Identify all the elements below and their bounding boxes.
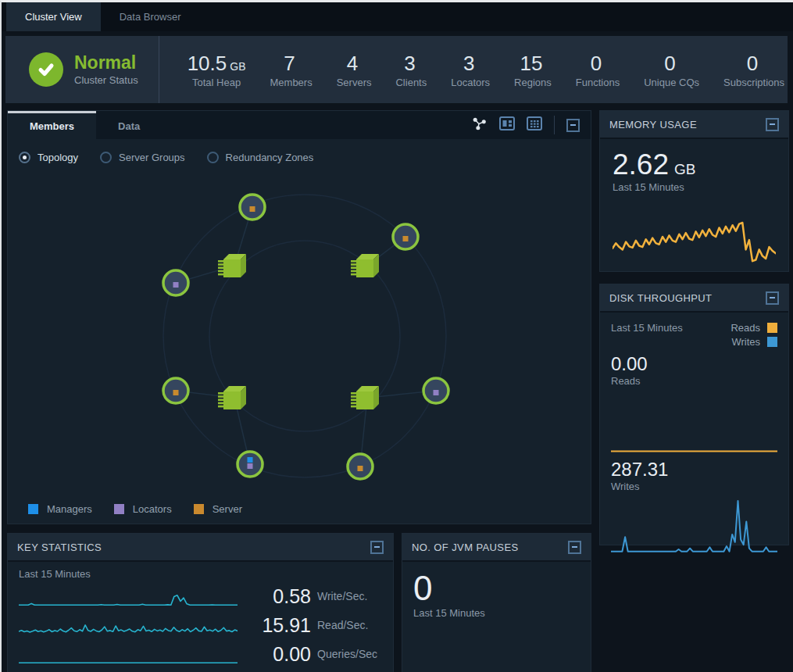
reads-sparkline (19, 613, 238, 637)
cluster-status-label: Cluster Status (74, 74, 138, 86)
stat-value: 0.58 (238, 585, 311, 608)
collapse-jvm-pauses-button[interactable] (568, 541, 581, 554)
member-node (163, 378, 188, 403)
topology-view-icon[interactable] (472, 116, 488, 134)
tab-cluster-view[interactable]: Cluster View (6, 2, 101, 31)
key-statistics-panel: KEY STATISTICS Last 15 Minutes 0.58 Writ… (7, 533, 394, 672)
cluster-stat: 3 Clients (395, 52, 427, 88)
disk-throughput-header: DISK THROUGHPUT (600, 284, 788, 313)
cluster-stat: 0 Unique CQs (644, 52, 699, 88)
stat-value: 15.91 (238, 614, 311, 637)
treemap-view-icon[interactable] (499, 116, 515, 134)
collapse-members-panel-button[interactable] (566, 119, 580, 132)
memory-usage-panel: MEMORY USAGE 2.62GB Last 15 Minutes (599, 110, 789, 272)
legend-item: Reads (730, 322, 777, 334)
cluster-status-value: Normal (74, 53, 138, 73)
view-mode-selector: Topology Server Groups Redundancy Zones (19, 145, 580, 169)
member-node (348, 454, 373, 479)
radio-server-groups[interactable]: Server Groups (100, 152, 185, 163)
host-icon (218, 254, 246, 277)
cluster-stat: 0 Functions (576, 52, 620, 88)
collapse-disk-throughput-button[interactable] (766, 291, 779, 305)
cluster-stats: 10.5GB Total Heap 7 Members 4 Servers 3 … (159, 52, 784, 88)
jvm-pauses-value: 0 (413, 570, 580, 607)
member-node (240, 195, 265, 220)
topology-graph[interactable] (19, 170, 580, 499)
cluster-stat: 15 Regions (514, 52, 552, 88)
radio-redundancy-zones[interactable]: Redundancy Zones (207, 152, 314, 163)
host-icon (218, 386, 246, 409)
members-panel-tab-bar: Members Data (8, 111, 591, 139)
radio-circle (19, 152, 30, 163)
time-range-label: Last 15 Minutes (613, 181, 776, 193)
cluster-status-banner: Normal Cluster Status 10.5GB Total Heap … (5, 36, 788, 103)
writes-sparkline (19, 584, 238, 608)
member-node (423, 378, 448, 403)
jvm-pauses-panel: NO. OF JVM PAUSES 0 Last 15 Minutes (402, 533, 591, 672)
grid-view-icon[interactable] (527, 116, 542, 134)
disk-writes-value: 287.31 (611, 459, 777, 481)
memory-usage-unit: GB (674, 161, 695, 177)
disk-reads-chart (611, 387, 777, 456)
disk-reads-label: Reads (611, 375, 777, 387)
cluster-stat: 4 Servers (337, 52, 372, 88)
members-panel-body: Topology Server Groups Redundancy Zones (8, 139, 591, 524)
disk-legend: Reads Writes (730, 322, 777, 350)
disk-writes-chart (611, 497, 777, 555)
pulse-dashboard: Cluster View Data Browser Normal Cluster… (0, 0, 793, 672)
radio-circle (207, 152, 219, 163)
panel-title: KEY STATISTICS (17, 542, 102, 553)
main-tab-bar: Cluster View Data Browser (2, 2, 793, 31)
radio-circle (100, 152, 112, 163)
toolbar-divider (554, 116, 555, 134)
cluster-stat: 3 Locators (451, 52, 490, 88)
legend-item: Writes (730, 336, 777, 348)
panel-title: NO. OF JVM PAUSES (412, 542, 519, 553)
disk-writes-label: Writes (611, 481, 777, 492)
tab-data[interactable]: Data (96, 111, 162, 139)
stat-unit: Queries/Sec (317, 648, 377, 660)
stat-row-reads: 15.91 Read/Sec. (19, 613, 382, 638)
cluster-stat: 10.5GB Total Heap (188, 52, 246, 88)
stat-row-queries: 0.00 Queries/Sec (19, 642, 382, 667)
member-node (238, 452, 263, 477)
topology-legend: Managers Locators Server (19, 499, 580, 519)
legend-item: Managers (28, 503, 92, 515)
cluster-status: Normal Cluster Status (5, 52, 159, 87)
time-range-label: Last 15 Minutes (611, 322, 683, 350)
memory-usage-header: MEMORY USAGE (600, 111, 788, 139)
collapse-key-statistics-button[interactable] (370, 541, 384, 554)
panel-title: MEMORY USAGE (609, 119, 697, 130)
key-statistics-header: KEY STATISTICS (8, 534, 393, 562)
tab-members[interactable]: Members (8, 111, 96, 139)
jvm-pauses-header: NO. OF JVM PAUSES (402, 534, 591, 562)
tab-data-browser[interactable]: Data Browser (101, 2, 200, 31)
cluster-stat: 0 Subscriptions (723, 52, 784, 88)
disk-throughput-panel: DISK THROUGHPUT Last 15 Minutes Reads (599, 284, 789, 545)
time-range-label: Last 15 Minutes (19, 568, 382, 580)
member-node (163, 270, 188, 295)
radio-topology[interactable]: Topology (19, 152, 78, 163)
legend-item: Server (194, 503, 242, 515)
memory-usage-value: 2.62 (613, 148, 669, 181)
stat-value: 0.00 (238, 643, 311, 666)
legend-item: Locators (114, 503, 172, 515)
host-icon (351, 386, 379, 409)
collapse-memory-usage-button[interactable] (766, 118, 779, 131)
host-icon (351, 254, 379, 277)
cluster-stat: 7 Members (270, 52, 313, 88)
stat-unit: Read/Sec. (317, 619, 368, 631)
panel-title: DISK THROUGHPUT (609, 292, 712, 304)
member-node (393, 224, 418, 249)
queries-sparkline (19, 642, 238, 666)
memory-usage-chart (613, 201, 776, 271)
disk-reads-value: 0.00 (611, 353, 777, 375)
members-panel: Members Data (7, 110, 591, 524)
stat-unit: Write/Sec. (317, 590, 367, 602)
time-range-label: Last 15 Minutes (413, 607, 580, 619)
stat-row-writes: 0.58 Write/Sec. (19, 584, 382, 609)
status-ok-check-icon (29, 52, 63, 87)
